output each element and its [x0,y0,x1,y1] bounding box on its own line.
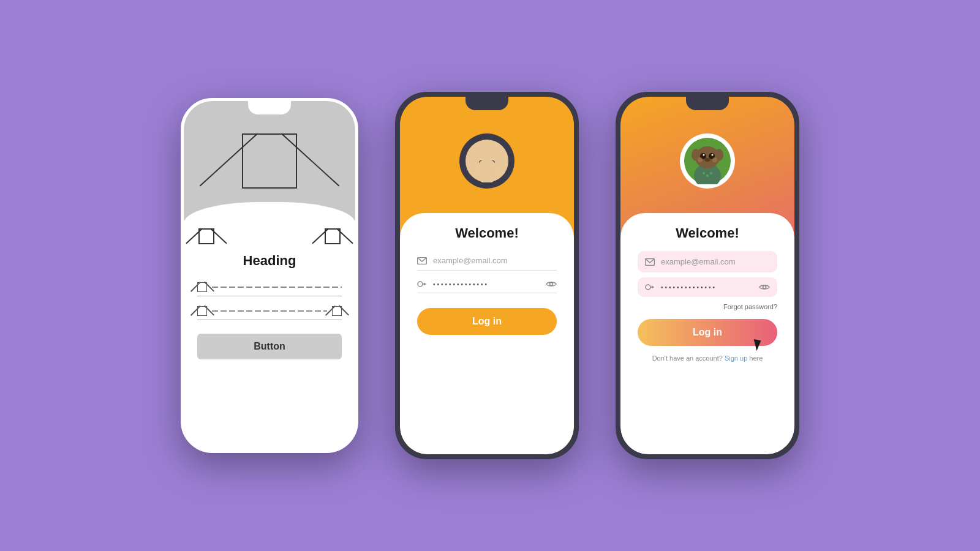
email-icon [417,257,427,264]
wireframe-phone: Heading Button [181,98,358,453]
wireframe-password-field[interactable] [197,302,342,320]
wireframe-heading: Heading [197,253,342,269]
wireframe-icons-row [197,228,342,244]
forgot-password-link[interactable]: Forgot password? [638,303,777,310]
user-avatar [459,133,514,189]
svg-point-26 [763,286,766,289]
yellow-top-section [400,97,574,213]
svg-point-13 [710,172,712,174]
svg-point-19 [703,154,705,156]
image-placeholder-icon [242,133,297,189]
signup-prompt: Don't have an account? Sign up here [638,354,777,362]
wireframe-screen: Heading Button [184,101,355,450]
signup-link[interactable]: Sign up [725,354,747,362]
email-input-gradient[interactable]: example@email.com [661,257,770,266]
gradient-password-field[interactable]: •••••••••••••• [638,277,777,297]
notch-gradient [686,97,729,110]
notch-yellow [466,97,508,110]
yellow-email-field[interactable]: example@email.com [417,251,557,271]
right-icon-placeholder [325,228,341,244]
gradient-email-field[interactable]: example@email.com [638,251,777,272]
svg-point-11 [703,172,705,174]
svg-point-25 [646,285,650,290]
animal-avatar [680,133,735,189]
password-input-gradient[interactable]: •••••••••••••• [661,284,753,291]
key-icon [417,280,427,288]
gradient-phone: Welcome! example@email.com [616,92,799,459]
wireframe-login-button[interactable]: Button [197,334,342,359]
notch-wireframe [248,101,291,114]
email-input[interactable]: example@email.com [433,256,557,265]
wireframe-body: Heading Button [184,223,355,450]
svg-point-20 [712,154,714,156]
wireframe-email-field[interactable] [197,279,342,296]
cursor-pointer [752,339,761,351]
password-input[interactable]: •••••••••••••• [433,281,540,288]
svg-point-21 [704,158,710,162]
eye-toggle-icon[interactable] [546,280,557,288]
yellow-phone: Welcome! example@email.com [395,92,579,459]
email-field-icon [197,282,207,292]
gradient-screen: Welcome! example@email.com [620,97,794,454]
gradient-login-button[interactable]: Log in [638,319,777,346]
wireframe-email-dashes [212,287,342,288]
yellow-form-section: Welcome! example@email.com [400,213,574,454]
svg-point-23 [712,157,717,162]
gradient-top-section [620,97,794,213]
password-field-icon [197,306,207,316]
svg-point-22 [698,157,703,162]
svg-point-12 [706,174,709,177]
svg-point-6 [418,282,423,287]
key-icon-pink [645,283,655,291]
yellow-password-field[interactable]: •••••••••••••• [417,276,557,293]
yellow-login-button[interactable]: Log in [417,308,557,335]
gradient-welcome: Welcome! [638,225,777,241]
email-icon-pink [645,258,655,266]
gradient-form-section: Welcome! example@email.com [620,213,794,454]
yellow-welcome: Welcome! [417,225,557,241]
wireframe-eye-icon [332,306,342,316]
left-icon-placeholder [198,228,214,244]
wireframe-password-dashes [212,310,327,312]
eye-toggle-icon-gradient[interactable] [759,283,770,291]
svg-point-7 [550,283,553,286]
yellow-screen: Welcome! example@email.com [400,97,574,454]
